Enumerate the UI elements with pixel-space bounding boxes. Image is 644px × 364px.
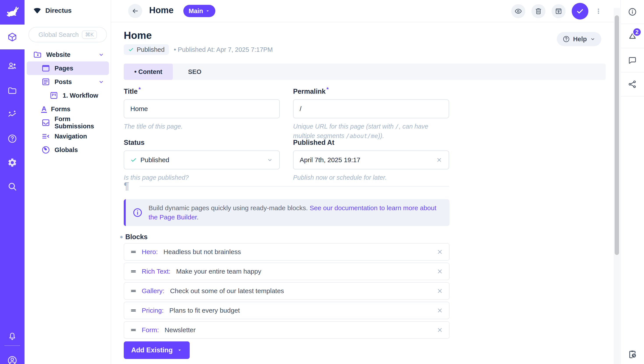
block-type: Gallery:: [142, 287, 164, 295]
global-search-input[interactable]: Global Search ⌘K: [28, 27, 107, 42]
share-panel-button[interactable]: [621, 72, 644, 97]
archive-button[interactable]: [552, 4, 566, 18]
info-icon: [628, 7, 637, 17]
eye-icon: [514, 7, 522, 15]
block-row-richtext[interactable]: Rich Text: Make your entire team happy: [124, 263, 450, 280]
drag-handle-icon[interactable]: [130, 287, 137, 294]
field-permalink: Permalink* / Unique URL for this page (s…: [293, 86, 449, 141]
nav-item-website[interactable]: Website: [24, 48, 110, 61]
drag-handle-icon[interactable]: [130, 268, 137, 275]
folder-icon: [7, 86, 17, 96]
chevron-down-icon[interactable]: [98, 51, 104, 58]
comments-panel-button[interactable]: [621, 48, 644, 72]
info-banner: Build dynamic pages quickly using ready-…: [124, 199, 450, 226]
module-files[interactable]: [0, 79, 24, 103]
block-row-pricing[interactable]: Pricing: Plans to fit every budget: [124, 302, 450, 319]
clear-icon[interactable]: [436, 157, 442, 163]
revisions-panel-button[interactable]: 2: [621, 24, 644, 48]
version-selector[interactable]: Main: [183, 5, 215, 17]
check-icon: [576, 7, 585, 16]
title-value: Home: [130, 105, 148, 113]
comment-icon: [628, 56, 637, 65]
archive-download-icon: [555, 7, 562, 15]
nav-item-navigation[interactable]: Navigation: [24, 129, 110, 143]
divider-line: [140, 186, 449, 187]
add-existing-button[interactable]: Add Existing: [124, 341, 190, 359]
notifications-button[interactable]: [0, 324, 24, 348]
drag-handle-icon[interactable]: [130, 248, 137, 255]
block-type: Rich Text:: [142, 268, 170, 275]
back-button[interactable]: [128, 4, 142, 18]
nav-item-form-submissions[interactable]: Form Submissions: [24, 116, 110, 129]
scrollbar-thumb[interactable]: [615, 15, 619, 255]
search-placeholder: Global Search: [38, 31, 79, 38]
published-at-input[interactable]: April 7th, 2025 19:17: [293, 150, 449, 169]
block-row-hero[interactable]: Hero: Headless but not brainless: [124, 243, 450, 261]
required-marker: *: [138, 86, 141, 93]
article-icon: [41, 77, 50, 86]
nav-item-workflow[interactable]: 1. Workflow: [24, 89, 110, 102]
module-insights[interactable]: [0, 102, 24, 127]
delete-button[interactable]: [532, 4, 546, 18]
block-value: Check out some of our latest templates: [170, 287, 284, 295]
module-users[interactable]: [0, 54, 24, 78]
permalink-input[interactable]: /: [293, 99, 449, 118]
pilcrow-icon: ¶: [124, 180, 129, 192]
account-button[interactable]: [0, 348, 24, 364]
module-help[interactable]: [0, 127, 24, 151]
preview-button[interactable]: [511, 4, 525, 18]
workspace-name: Directus: [45, 7, 72, 14]
rabbit-logo-icon: [5, 5, 20, 20]
page-title: Home: [124, 29, 152, 41]
nav-item-globals[interactable]: Globals: [24, 143, 110, 157]
block-row-gallery[interactable]: Gallery: Check out some of our latest te…: [124, 282, 450, 300]
status-select[interactable]: Published: [124, 150, 280, 169]
nav-item-forms[interactable]: A Forms: [24, 102, 110, 116]
module-search[interactable]: [0, 174, 24, 199]
flows-button[interactable]: [621, 349, 644, 359]
nav-item-pages[interactable]: Pages: [27, 61, 109, 75]
nav-item-label: Pages: [54, 65, 73, 72]
folder-star-icon: [33, 50, 42, 59]
check-green-icon: [130, 157, 137, 163]
account-circle-icon: [7, 355, 18, 364]
letter-a-icon: A: [41, 105, 47, 113]
required-marker: *: [326, 86, 328, 93]
info-panel-button[interactable]: [621, 0, 644, 24]
more-options-button[interactable]: [594, 7, 602, 15]
kanban-icon: [49, 91, 58, 100]
tab-content[interactable]: • Content: [124, 64, 173, 80]
published-at-value: April 7th, 2025 19:17: [300, 156, 360, 164]
field-label: Permalink*: [293, 86, 449, 95]
paragraph-divider: ¶: [124, 180, 449, 192]
module-settings[interactable]: [0, 150, 24, 175]
info-icon: [132, 207, 143, 218]
help-circle-icon: [7, 134, 17, 144]
remove-block-icon[interactable]: [436, 326, 443, 333]
title-input[interactable]: Home: [124, 99, 280, 118]
save-button[interactable]: [572, 3, 588, 20]
right-sidebar: 2: [620, 0, 644, 364]
tab-seo[interactable]: SEO: [173, 64, 217, 80]
remove-block-icon[interactable]: [436, 268, 443, 275]
drag-handle-icon[interactable]: [130, 326, 137, 333]
edited-dot: [120, 236, 123, 238]
notification-count-badge: 2: [632, 27, 642, 37]
remove-block-icon[interactable]: [436, 307, 443, 314]
directus-logo[interactable]: [0, 0, 24, 25]
remove-block-icon[interactable]: [436, 248, 443, 255]
drag-handle-icon[interactable]: [130, 307, 137, 314]
remove-block-icon[interactable]: [436, 287, 443, 294]
module-content[interactable]: [0, 25, 24, 49]
chevron-down-icon[interactable]: [266, 157, 273, 163]
block-type: Form:: [142, 326, 159, 334]
chevron-down-icon[interactable]: [98, 79, 104, 85]
block-row-form[interactable]: Form: Newsletter: [124, 321, 450, 339]
field-label: Status: [124, 139, 280, 146]
tab-bar: • Content SEO: [124, 64, 606, 80]
block-value: Plans to fit every budget: [169, 307, 240, 314]
workspace-brand[interactable]: Directus: [33, 6, 72, 15]
nav-item-posts[interactable]: Posts: [24, 75, 110, 89]
help-button[interactable]: Help: [557, 32, 601, 46]
tab-label: Content: [138, 68, 162, 75]
